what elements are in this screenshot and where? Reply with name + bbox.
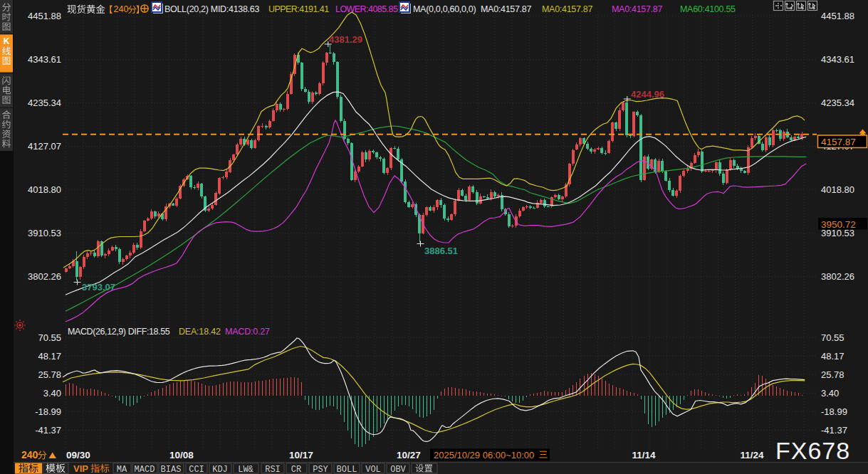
svg-text:FX678: FX678 xyxy=(775,437,850,464)
svg-text:MA(0,0,0,60,0,0): MA(0,0,0,60,0,0) xyxy=(413,4,476,14)
svg-text:BIAS: BIAS xyxy=(161,465,182,474)
svg-text:4381.29: 4381.29 xyxy=(329,34,362,45)
svg-text:10/17: 10/17 xyxy=(289,450,313,460)
svg-text:3886.51: 3886.51 xyxy=(424,246,458,256)
svg-text:MA0:4157.87: MA0:4157.87 xyxy=(481,4,531,14)
svg-text:3802.26: 3802.26 xyxy=(821,271,854,282)
svg-text:MACD: MACD xyxy=(135,465,155,474)
svg-text:4343.61: 4343.61 xyxy=(28,54,61,65)
svg-text:4451.88: 4451.88 xyxy=(821,11,854,21)
svg-text:3.40: 3.40 xyxy=(821,388,839,399)
svg-text:MACD:0.27: MACD:0.27 xyxy=(225,327,270,337)
svg-text:VIP: VIP xyxy=(73,463,88,474)
svg-text:-41.37: -41.37 xyxy=(821,425,847,436)
svg-text:3.40: 3.40 xyxy=(43,388,61,399)
svg-text:10/08: 10/08 xyxy=(169,450,194,460)
svg-text:MA0:4157.87: MA0:4157.87 xyxy=(542,4,592,14)
svg-text:LOWER:4085.85: LOWER:4085.85 xyxy=(335,4,398,14)
svg-text:4451.88: 4451.88 xyxy=(28,11,61,21)
svg-text:LW&: LW& xyxy=(238,465,253,474)
svg-text:2025/10/29 06:00~10:00: 2025/10/29 06:00~10:00 xyxy=(434,450,534,460)
svg-text:MA60:4100.55: MA60:4100.55 xyxy=(680,4,736,14)
svg-text:K: K xyxy=(4,36,10,46)
svg-text:BOLL: BOLL xyxy=(337,465,357,474)
svg-text:70.55: 70.55 xyxy=(38,332,61,343)
svg-text:11/24: 11/24 xyxy=(740,450,764,460)
svg-text:VOL: VOL xyxy=(365,465,381,474)
svg-text:4343.61: 4343.61 xyxy=(821,54,854,65)
svg-text:10/27: 10/27 xyxy=(397,450,421,460)
svg-text:3793.07: 3793.07 xyxy=(82,282,115,293)
svg-text:-41.37: -41.37 xyxy=(35,425,61,436)
svg-text:CCI: CCI xyxy=(189,465,204,474)
svg-text:DEA:18.42: DEA:18.42 xyxy=(179,327,221,337)
svg-text:MA0:4157.87: MA0:4157.87 xyxy=(612,4,662,14)
svg-text:09/30: 09/30 xyxy=(66,450,90,460)
svg-text:KDJ: KDJ xyxy=(212,465,228,474)
svg-text:4018.80: 4018.80 xyxy=(821,184,854,195)
svg-text:-18.99: -18.99 xyxy=(35,406,61,417)
svg-text:CR: CR xyxy=(291,465,301,474)
svg-text:RSI: RSI xyxy=(265,465,281,474)
svg-text:11/14: 11/14 xyxy=(632,450,656,460)
svg-text:4127.07: 4127.07 xyxy=(28,141,61,152)
svg-text:240: 240 xyxy=(21,449,38,460)
svg-text:3910.53: 3910.53 xyxy=(28,228,61,238)
svg-text:4235.34: 4235.34 xyxy=(28,98,61,108)
svg-text:UPPER:4191.41: UPPER:4191.41 xyxy=(268,4,329,14)
svg-text:BOLL(20,2) MID:4138.63: BOLL(20,2) MID:4138.63 xyxy=(164,4,259,14)
svg-text:OBV: OBV xyxy=(390,465,406,474)
svg-text:4244.96: 4244.96 xyxy=(631,89,664,100)
svg-text:25.78: 25.78 xyxy=(821,369,845,380)
svg-text:4157.87: 4157.87 xyxy=(821,137,856,147)
svg-text:-18.99: -18.99 xyxy=(821,406,847,417)
svg-text:4018.80: 4018.80 xyxy=(28,184,61,195)
svg-text:3802.26: 3802.26 xyxy=(28,271,61,282)
svg-text:MACD(26,12,9) DIFF:18.55: MACD(26,12,9) DIFF:18.55 xyxy=(68,327,170,337)
svg-text:240: 240 xyxy=(114,4,129,14)
svg-text:PSY: PSY xyxy=(313,465,328,474)
svg-text:3950.72: 3950.72 xyxy=(821,219,856,230)
svg-text:25.78: 25.78 xyxy=(38,369,61,380)
svg-text:70.55: 70.55 xyxy=(821,332,845,343)
svg-text:48.17: 48.17 xyxy=(38,351,61,362)
svg-text:4235.34: 4235.34 xyxy=(821,98,854,108)
svg-text:48.17: 48.17 xyxy=(821,351,845,362)
svg-text:MA: MA xyxy=(117,465,127,474)
